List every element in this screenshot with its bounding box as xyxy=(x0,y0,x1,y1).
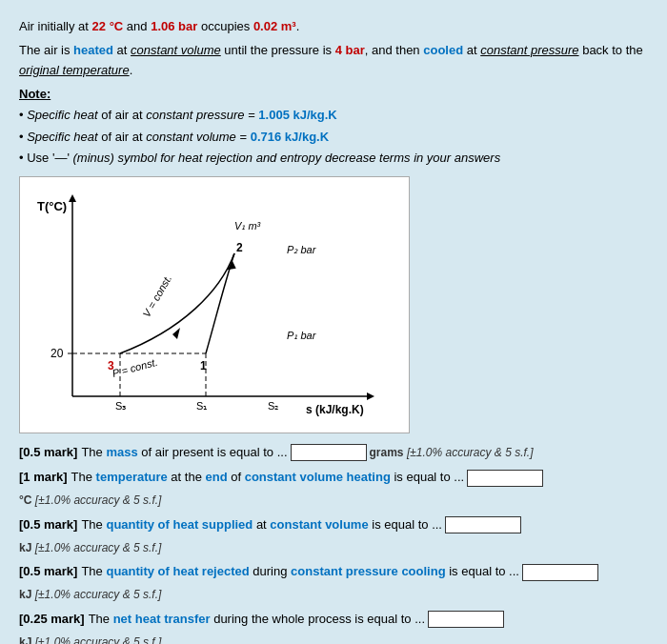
question-temperature: [1 mark] The temperature at the end of c… xyxy=(19,466,648,511)
note-heading: Note: xyxy=(19,84,648,105)
pressure-value: 1.06 bar xyxy=(151,19,197,33)
volume-value: 0.02 m³ xyxy=(253,19,296,33)
svg-text:P₂ bar: P₂ bar xyxy=(287,244,317,255)
svg-text:20: 20 xyxy=(51,347,64,360)
cv-value: 0.716 kJ/kg.K xyxy=(251,130,329,144)
question-net-heat: [0.25 mark] The net heat transfer during… xyxy=(19,608,648,644)
intro-line1: Air initially at 22 °C and 1.06 bar occu… xyxy=(19,17,648,37)
svg-text:S₃: S₃ xyxy=(115,400,126,412)
svg-text:P = const.: P = const. xyxy=(111,355,158,378)
chart-svg: T(°C) s (kJ/kg.K) 20 S₃ S₁ S₂ P₁ bar P₂ … xyxy=(30,187,401,430)
q2-suffix: °C [±1.0% accuracy & 5 s.f.] xyxy=(19,490,161,512)
q2-mark: [1 mark] xyxy=(19,466,68,490)
q5-mark: [0.25 mark] xyxy=(19,608,85,632)
svg-marker-1 xyxy=(69,194,76,202)
svg-text:s (kJ/kg.K): s (kJ/kg.K) xyxy=(306,403,364,416)
q4-text: The quantity of heat rejected during con… xyxy=(81,560,519,584)
cv-label: constant volume xyxy=(131,43,221,57)
thermodynamic-chart: T(°C) s (kJ/kg.K) 20 S₃ S₁ S₂ P₁ bar P₂ … xyxy=(19,176,410,433)
heated-label: heated xyxy=(73,43,113,57)
q3-suffix: kJ [±1.0% accuracy & 5 s.f.] xyxy=(19,537,161,559)
q3-text: The quantity of heat supplied at constan… xyxy=(81,513,442,537)
question-heat-supplied: [0.5 mark] The quantity of heat supplied… xyxy=(19,513,648,558)
q2-text: The temperature at the end of constant v… xyxy=(71,466,465,490)
question-heat-rejected: [0.5 mark] The quantity of heat rejected… xyxy=(19,560,648,605)
cp-label: constant pressure xyxy=(480,43,578,57)
svg-text:T(°C): T(°C) xyxy=(37,199,67,213)
svg-marker-20 xyxy=(172,328,180,339)
cooled-label: cooled xyxy=(423,43,463,57)
question-mass: [0.5 mark] The mass of air present is eq… xyxy=(19,441,648,465)
cp-value: 1.005 kJ/kg.K xyxy=(258,108,336,122)
q4-suffix: kJ [±1.0% accuracy & 5 s.f.] xyxy=(19,584,161,606)
q1-input[interactable] xyxy=(291,444,367,461)
q3-mark: [0.5 mark] xyxy=(19,513,77,537)
q5-input[interactable] xyxy=(428,611,504,628)
main-content: Air initially at 22 °C and 1.06 bar occu… xyxy=(10,10,657,644)
q1-suffix: grams [±1.0% accuracy & 5 s.f.] xyxy=(370,442,534,464)
svg-text:2: 2 xyxy=(236,241,243,254)
p2-value: 4 bar xyxy=(335,43,365,57)
q4-mark: [0.5 mark] xyxy=(19,560,77,584)
orig-temp-label: original temperature xyxy=(19,63,130,77)
intro-line2: The air is heated at constant volume unt… xyxy=(19,41,648,81)
bullet2: • Specific heat of air at constant volum… xyxy=(19,127,648,148)
questions-section: [0.5 mark] The mass of air present is eq… xyxy=(19,441,648,644)
svg-text:1: 1 xyxy=(200,359,207,372)
q4-input[interactable] xyxy=(522,564,598,581)
svg-marker-3 xyxy=(367,392,374,400)
note-section: Note: • Specific heat of air at constant… xyxy=(19,84,648,168)
q5-text: The net heat transfer during the whole p… xyxy=(89,608,425,632)
temp-value: 22 °C xyxy=(92,19,124,33)
bullet3: • Use '—' (minus) symbol for heat reject… xyxy=(19,148,648,169)
svg-text:3: 3 xyxy=(108,359,114,372)
svg-text:S₂: S₂ xyxy=(268,400,278,412)
q2-input[interactable] xyxy=(467,470,543,487)
svg-text:S₁: S₁ xyxy=(196,400,207,412)
q1-mark: [0.5 mark] xyxy=(19,441,77,465)
bullet1: • Specific heat of air at constant press… xyxy=(19,105,648,126)
svg-text:P₁ bar: P₁ bar xyxy=(287,330,317,341)
svg-text:V = const.: V = const. xyxy=(140,272,173,319)
q3-input[interactable] xyxy=(445,516,521,533)
q1-text: The mass of air present is equal to ... xyxy=(81,441,287,465)
q5-suffix: kJ [±1.0% accuracy & 5 s.f.] xyxy=(19,632,161,644)
svg-text:V₁ m³: V₁ m³ xyxy=(234,220,261,231)
